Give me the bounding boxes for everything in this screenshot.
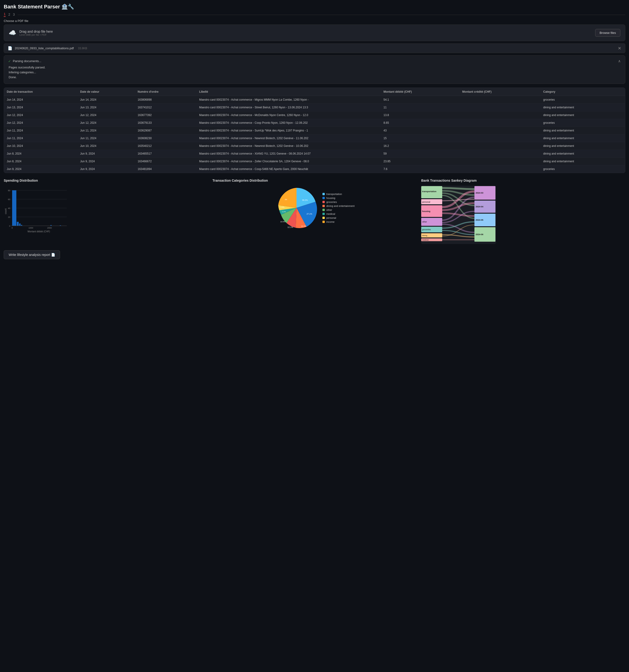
svg-text:1000: 1000 [28, 227, 33, 229]
svg-rect-14 [21, 225, 22, 226]
table-row: Jun 8, 2024Jun 9, 2024163465517Maestro c… [4, 150, 625, 158]
libelle-cell: Maestro card 00023074 - Achat commerce -… [196, 158, 381, 165]
table-body: Jun 14, 2024Jun 14, 2024163806898Maestro… [4, 96, 625, 173]
svg-text:12.1%: 12.1% [288, 226, 293, 229]
upload-drag-text: Drag and drop file here [19, 30, 53, 33]
svg-text:transportation: transportation [422, 190, 436, 193]
col-date-valeur: Date de valeur [77, 88, 135, 96]
svg-text:0: 0 [9, 225, 10, 227]
upload-left: ☁️ Drag and drop file here Limit 5MB per… [9, 29, 53, 37]
step-3[interactable]: 3 [13, 13, 15, 16]
svg-text:2.1%: 2.1% [282, 211, 286, 213]
status-line-2: Infering categories... [8, 71, 621, 74]
pie-legend: transportation housing groceries dining … [322, 193, 355, 223]
legend-label-medical: medical [326, 213, 335, 215]
svg-text:27.1%: 27.1% [307, 213, 312, 215]
libelle-cell: Maestro card 00023074 - Achat commerce -… [196, 150, 381, 158]
col-credit: Montant crédité (CHF) [459, 88, 540, 96]
upload-area[interactable]: ☁️ Drag and drop file here Limit 5MB per… [4, 25, 625, 41]
svg-rect-12 [17, 222, 19, 226]
legend-income: income [322, 220, 355, 223]
libelle-cell: Maestro card 00023074 - Achat commerce -… [196, 111, 381, 119]
status-panel: ✓ Parsing documents... ∧ Pages successfu… [4, 55, 625, 84]
pie-chart-wrap: 27.1% 12.1% 10.5% 30.2% [213, 186, 416, 230]
legend-label-transportation: transportation [326, 193, 342, 195]
libelle-cell: Maestro card 00023074 - Achat commerce -… [196, 135, 381, 142]
collapse-icon[interactable]: ∧ [618, 59, 621, 63]
libelle-cell: Maestro card 00023074 - Achat commerce -… [196, 127, 381, 135]
file-row: 📄 20240620_0933_liste_comptabilisations.… [4, 43, 625, 53]
col-date-transaction: Date de transaction [4, 88, 77, 96]
legend-dot-groceries [322, 201, 325, 203]
col-category: Category [540, 88, 625, 96]
table-row: Jun 9, 2024Jun 9, 2024163481894Maestro c… [4, 165, 625, 173]
sankey-svg: transportation personal housing other gr… [421, 186, 496, 244]
legend-personal: personal [322, 216, 355, 219]
status-header-left: ✓ Parsing documents... [8, 59, 41, 63]
svg-text:Montant débité (CHF): Montant débité (CHF) [28, 230, 50, 233]
svg-text:12.4%: 12.4% [301, 225, 306, 227]
svg-rect-11 [12, 190, 16, 226]
svg-text:medical: medical [422, 239, 429, 241]
legend-label-groceries: groceries [326, 200, 337, 203]
table-row: Jun 12, 2024Jun 12, 2024163677392Maestro… [4, 111, 625, 119]
pie-chart-svg: 27.1% 12.1% 10.5% 30.2% [274, 186, 319, 230]
sankey-panel: Bank Transactions Sankey Diagram transpo… [421, 178, 625, 245]
remove-file-button[interactable]: ✕ [618, 46, 621, 50]
col-debit: Montant débité (CHF) [381, 88, 459, 96]
svg-text:2.4%: 2.4% [281, 207, 285, 208]
status-line-3: Done. [8, 75, 621, 79]
libelle-cell: Maestro card 00023074 - Achat commerce -… [196, 96, 381, 104]
step-2[interactable]: 2 [8, 13, 10, 16]
legend-groceries: groceries [322, 200, 355, 203]
svg-text:count: count [4, 209, 7, 214]
libelle-cell: Maestro card 00023074 - Achat commerce -… [196, 142, 381, 150]
svg-text:40: 40 [8, 207, 10, 210]
legend-label-personal: personal [326, 216, 336, 219]
svg-text:2024-05: 2024-05 [476, 219, 483, 221]
bar-chart-panel: Spending Distribution count 80 60 40 20 … [4, 178, 208, 245]
bar-chart-title: Spending Distribution [4, 178, 208, 182]
write-report-button[interactable]: Write lifestyle analysis report 📄 [4, 250, 60, 259]
sankey-title: Bank Transactions Sankey Diagram [421, 178, 625, 182]
legend-label-dining: dining and entertainment [326, 205, 355, 207]
svg-text:80: 80 [8, 189, 10, 192]
legend-dining: dining and entertainment [322, 205, 355, 207]
section-label: Choose a PDF file [4, 19, 625, 23]
svg-text:dining...: dining... [422, 235, 429, 237]
table-row: Jun 12, 2024Jun 12, 2024163679133Maestro… [4, 119, 625, 127]
pie-chart-title: Transaction Categories Distribution [213, 178, 416, 182]
legend-dot-housing [322, 197, 325, 199]
app-title: Bank Statement Parser 🏦🔧 [4, 4, 625, 10]
svg-text:2000: 2000 [47, 227, 52, 229]
svg-text:2024-03: 2024-03 [476, 192, 483, 194]
status-header-text: Parsing documents... [13, 59, 41, 63]
legend-dot-income [322, 221, 325, 223]
step-indicators: 1 2 3 [4, 12, 625, 17]
table-row: Jun 14, 2024Jun 14, 2024163806898Maestro… [4, 96, 625, 104]
status-line-1: Pages successfully parsed. [8, 66, 621, 69]
legend-label-income: income [326, 220, 334, 223]
table-row: Jun 8, 2024Jun 9, 2024163466672Maestro c… [4, 158, 625, 165]
transactions-table: Date de transaction Date de valeur Numér… [4, 88, 625, 173]
legend-label-housing: housing [326, 197, 335, 199]
file-icon: 📄 [8, 46, 13, 50]
svg-text:30.2%: 30.2% [302, 199, 308, 201]
legend-dot-other [322, 209, 325, 211]
table-header-row: Date de transaction Date de valeur Numér… [4, 88, 625, 96]
table-row: Jun 10, 2024Jun 10, 2024163540212Maestro… [4, 142, 625, 150]
svg-text:0: 0 [11, 227, 13, 229]
browse-files-button[interactable]: Browse files [595, 29, 620, 37]
libelle-cell: Maestro card 00023074 - Achat commerce -… [196, 165, 381, 173]
status-header: ✓ Parsing documents... ∧ [8, 59, 621, 63]
col-numero-ordre: Numéro d'ordre [135, 88, 197, 96]
file-size: 33.8KB [78, 47, 87, 50]
file-row-left: 📄 20240620_0933_liste_comptabilisations.… [8, 46, 87, 50]
transactions-table-container: Date de transaction Date de valeur Numér… [4, 88, 625, 173]
step-1[interactable]: 1 [4, 12, 6, 17]
svg-text:0%: 0% [285, 199, 287, 200]
upload-cloud-icon: ☁️ [9, 29, 16, 37]
svg-text:2024-06: 2024-06 [476, 233, 483, 236]
col-libelle: Libellé [196, 88, 381, 96]
svg-text:housing: housing [422, 210, 430, 213]
